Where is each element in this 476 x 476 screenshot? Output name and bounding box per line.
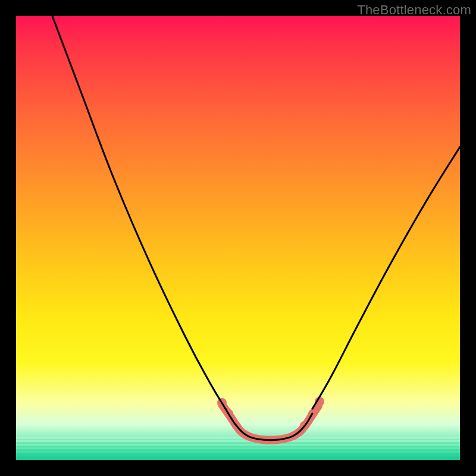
watermark-text: TheBottleneck.com: [357, 2, 471, 18]
chart-frame: [16, 16, 460, 460]
series-black-curve-right: [312, 147, 460, 409]
curve-svg: [16, 16, 460, 460]
series-black-curve-left: [52, 16, 226, 409]
